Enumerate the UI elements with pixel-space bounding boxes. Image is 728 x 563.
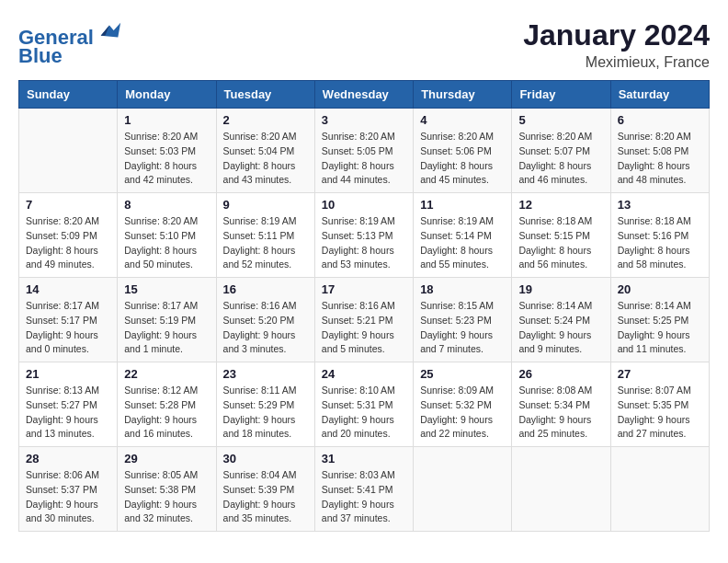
- day-number: 24: [322, 367, 406, 381]
- day-number: 3: [322, 113, 406, 127]
- week-row-5: 28Sunrise: 8:06 AMSunset: 5:37 PMDayligh…: [19, 447, 710, 532]
- day-number: 9: [223, 198, 308, 212]
- day-info: Sunrise: 8:20 AMSunset: 5:04 PMDaylight:…: [223, 130, 308, 188]
- day-number: 29: [124, 452, 209, 465]
- calendar-cell: 28Sunrise: 8:06 AMSunset: 5:37 PMDayligh…: [19, 447, 118, 532]
- calendar-cell: 20Sunrise: 8:14 AMSunset: 5:25 PMDayligh…: [610, 278, 709, 362]
- day-info: Sunrise: 8:11 AMSunset: 5:29 PMDaylight:…: [223, 384, 308, 442]
- week-row-2: 7Sunrise: 8:20 AMSunset: 5:09 PMDaylight…: [19, 193, 710, 278]
- day-info: Sunrise: 8:14 AMSunset: 5:25 PMDaylight:…: [618, 299, 702, 357]
- day-info: Sunrise: 8:16 AMSunset: 5:21 PMDaylight:…: [322, 299, 406, 357]
- calendar-cell: 8Sunrise: 8:20 AMSunset: 5:10 PMDaylight…: [118, 193, 216, 278]
- calendar-cell: 15Sunrise: 8:17 AMSunset: 5:19 PMDayligh…: [118, 278, 216, 362]
- calendar-cell: [19, 109, 118, 193]
- calendar-cell: 29Sunrise: 8:05 AMSunset: 5:38 PMDayligh…: [118, 447, 216, 532]
- day-number: 26: [518, 367, 603, 381]
- day-info: Sunrise: 8:07 AMSunset: 5:35 PMDaylight:…: [618, 384, 702, 442]
- calendar-cell: 1Sunrise: 8:20 AMSunset: 5:03 PMDaylight…: [118, 109, 216, 193]
- day-number: 12: [518, 198, 603, 212]
- calendar-cell: 10Sunrise: 8:19 AMSunset: 5:13 PMDayligh…: [314, 193, 413, 278]
- day-info: Sunrise: 8:08 AMSunset: 5:34 PMDaylight:…: [518, 384, 603, 442]
- day-number: 23: [223, 367, 308, 381]
- calendar-cell: 31Sunrise: 8:03 AMSunset: 5:41 PMDayligh…: [314, 447, 413, 532]
- day-number: 10: [322, 198, 406, 212]
- calendar-cell: 7Sunrise: 8:20 AMSunset: 5:09 PMDaylight…: [19, 193, 118, 278]
- day-info: Sunrise: 8:04 AMSunset: 5:39 PMDaylight:…: [223, 468, 308, 526]
- day-info: Sunrise: 8:05 AMSunset: 5:38 PMDaylight:…: [124, 468, 209, 526]
- calendar-cell: 25Sunrise: 8:09 AMSunset: 5:32 PMDayligh…: [414, 362, 512, 447]
- day-number: 4: [420, 113, 505, 127]
- calendar-cell: 27Sunrise: 8:07 AMSunset: 5:35 PMDayligh…: [610, 362, 709, 447]
- calendar-cell: 16Sunrise: 8:16 AMSunset: 5:20 PMDayligh…: [216, 278, 314, 362]
- calendar-cell: 9Sunrise: 8:19 AMSunset: 5:11 PMDaylight…: [216, 193, 314, 278]
- day-info: Sunrise: 8:20 AMSunset: 5:03 PMDaylight:…: [124, 130, 209, 188]
- calendar-cell: 30Sunrise: 8:04 AMSunset: 5:39 PMDayligh…: [216, 447, 314, 532]
- title-block: January 2024 Meximieux, France: [523, 18, 710, 71]
- calendar-title: January 2024: [523, 18, 710, 52]
- column-header-saturday: Saturday: [610, 81, 709, 109]
- day-info: Sunrise: 8:20 AMSunset: 5:07 PMDaylight:…: [518, 130, 603, 188]
- calendar-cell: 22Sunrise: 8:12 AMSunset: 5:28 PMDayligh…: [118, 362, 216, 447]
- page-header: General Blue January 2024 Meximieux, Fra…: [18, 18, 710, 71]
- day-number: 27: [618, 367, 702, 381]
- day-info: Sunrise: 8:18 AMSunset: 5:15 PMDaylight:…: [518, 214, 603, 272]
- day-info: Sunrise: 8:16 AMSunset: 5:20 PMDaylight:…: [223, 299, 308, 357]
- day-info: Sunrise: 8:14 AMSunset: 5:24 PMDaylight:…: [518, 299, 603, 357]
- calendar-cell: [414, 447, 512, 532]
- calendar-cell: 2Sunrise: 8:20 AMSunset: 5:04 PMDaylight…: [216, 109, 314, 193]
- calendar-cell: 21Sunrise: 8:13 AMSunset: 5:27 PMDayligh…: [19, 362, 118, 447]
- day-number: 14: [26, 282, 110, 296]
- calendar-table: SundayMondayTuesdayWednesdayThursdayFrid…: [18, 80, 710, 532]
- day-number: 16: [223, 282, 308, 296]
- calendar-cell: 23Sunrise: 8:11 AMSunset: 5:29 PMDayligh…: [216, 362, 314, 447]
- day-info: Sunrise: 8:15 AMSunset: 5:23 PMDaylight:…: [420, 299, 505, 357]
- day-info: Sunrise: 8:20 AMSunset: 5:10 PMDaylight:…: [124, 214, 209, 272]
- calendar-cell: 13Sunrise: 8:18 AMSunset: 5:16 PMDayligh…: [610, 193, 709, 278]
- day-number: 25: [420, 367, 505, 381]
- day-info: Sunrise: 8:03 AMSunset: 5:41 PMDaylight:…: [322, 468, 406, 526]
- calendar-cell: 17Sunrise: 8:16 AMSunset: 5:21 PMDayligh…: [314, 278, 413, 362]
- day-number: 15: [124, 282, 209, 296]
- day-info: Sunrise: 8:20 AMSunset: 5:09 PMDaylight:…: [26, 214, 110, 272]
- day-number: 17: [322, 282, 406, 296]
- day-number: 5: [518, 113, 603, 127]
- week-row-1: 1Sunrise: 8:20 AMSunset: 5:03 PMDaylight…: [19, 109, 710, 193]
- day-number: 18: [420, 282, 505, 296]
- calendar-cell: 4Sunrise: 8:20 AMSunset: 5:06 PMDaylight…: [414, 109, 512, 193]
- day-number: 19: [518, 282, 603, 296]
- day-number: 28: [26, 452, 110, 465]
- day-number: 21: [26, 367, 110, 381]
- day-info: Sunrise: 8:09 AMSunset: 5:32 PMDaylight:…: [420, 384, 505, 442]
- calendar-cell: 24Sunrise: 8:10 AMSunset: 5:31 PMDayligh…: [314, 362, 413, 447]
- calendar-cell: 19Sunrise: 8:14 AMSunset: 5:24 PMDayligh…: [512, 278, 610, 362]
- day-info: Sunrise: 8:19 AMSunset: 5:13 PMDaylight:…: [322, 214, 406, 272]
- day-number: 22: [124, 367, 209, 381]
- day-number: 11: [420, 198, 505, 212]
- day-info: Sunrise: 8:13 AMSunset: 5:27 PMDaylight:…: [26, 384, 110, 442]
- day-number: 1: [124, 113, 209, 127]
- day-info: Sunrise: 8:20 AMSunset: 5:06 PMDaylight:…: [420, 130, 505, 188]
- calendar-cell: 6Sunrise: 8:20 AMSunset: 5:08 PMDaylight…: [610, 109, 709, 193]
- day-number: 13: [618, 198, 702, 212]
- week-row-3: 14Sunrise: 8:17 AMSunset: 5:17 PMDayligh…: [19, 278, 710, 362]
- day-info: Sunrise: 8:18 AMSunset: 5:16 PMDaylight:…: [618, 214, 702, 272]
- day-info: Sunrise: 8:20 AMSunset: 5:08 PMDaylight:…: [618, 130, 702, 188]
- calendar-subtitle: Meximieux, France: [523, 54, 710, 71]
- day-info: Sunrise: 8:17 AMSunset: 5:17 PMDaylight:…: [26, 299, 110, 357]
- day-number: 6: [618, 113, 702, 127]
- column-header-thursday: Thursday: [414, 81, 512, 109]
- calendar-cell: [512, 447, 610, 532]
- day-number: 20: [618, 282, 702, 296]
- calendar-cell: 14Sunrise: 8:17 AMSunset: 5:17 PMDayligh…: [19, 278, 118, 362]
- day-info: Sunrise: 8:10 AMSunset: 5:31 PMDaylight:…: [322, 384, 406, 442]
- calendar-cell: [610, 447, 709, 532]
- calendar-cell: 18Sunrise: 8:15 AMSunset: 5:23 PMDayligh…: [414, 278, 512, 362]
- calendar-cell: 26Sunrise: 8:08 AMSunset: 5:34 PMDayligh…: [512, 362, 610, 447]
- day-info: Sunrise: 8:06 AMSunset: 5:37 PMDaylight:…: [26, 468, 110, 526]
- calendar-cell: 11Sunrise: 8:19 AMSunset: 5:14 PMDayligh…: [414, 193, 512, 278]
- calendar-cell: 12Sunrise: 8:18 AMSunset: 5:15 PMDayligh…: [512, 193, 610, 278]
- day-info: Sunrise: 8:17 AMSunset: 5:19 PMDaylight:…: [124, 299, 209, 357]
- column-header-wednesday: Wednesday: [314, 81, 413, 109]
- day-info: Sunrise: 8:19 AMSunset: 5:14 PMDaylight:…: [420, 214, 505, 272]
- calendar-cell: 3Sunrise: 8:20 AMSunset: 5:05 PMDaylight…: [314, 109, 413, 193]
